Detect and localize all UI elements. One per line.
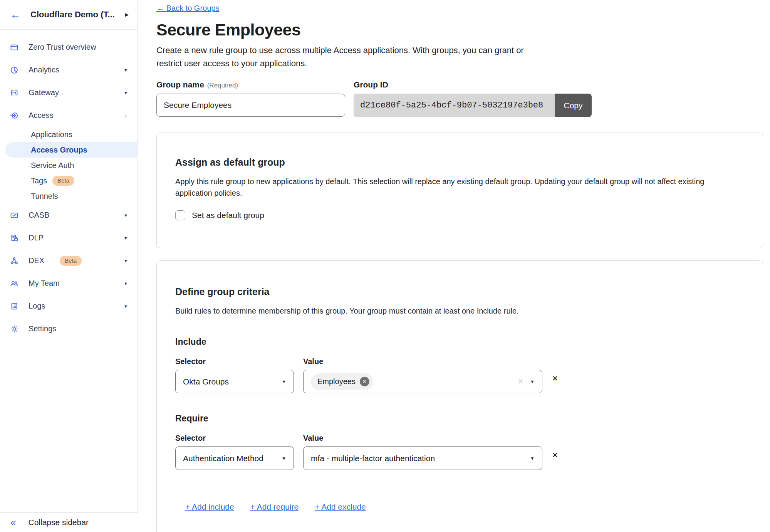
document-lock-icon [10,234,18,242]
group-name-field-group: Group name(Required) [156,80,345,117]
define-group-criteria-description: Build rules to determine membership of t… [175,305,726,317]
group-id-label: Group ID [354,80,592,89]
sidebar-item-label: Gateway [29,88,59,97]
sidebar-item-dex[interactable]: DEX Beta ▼ [0,249,137,272]
group-name-id-row: Group name(Required) Group ID d21ce80f-5… [156,80,770,117]
add-exclude-link[interactable]: + Add exclude [315,502,366,512]
add-include-link[interactable]: + Add include [185,502,234,512]
sidebar-subitem-label: Applications [31,130,72,139]
chevron-down-icon: ▼ [282,379,286,384]
require-heading: Require [175,413,744,424]
add-require-link[interactable]: + Add require [250,502,299,512]
include-value-multiselect[interactable]: Employees ✕ ✕ ▼ [303,370,542,393]
require-selector-dropdown[interactable]: Authentication Method ▼ [175,446,294,470]
browser-window-icon [10,43,18,52]
group-id-value: d21ce80f-5a25-4bcf-9b07-5032197e3be8 [354,94,555,117]
gateway-icon [10,89,18,97]
back-arrow-icon[interactable]: ← [10,10,20,20]
collapse-sidebar-label: Collapse sidebar [28,518,88,527]
sidebar-header: ← Cloudflare Demo (T... ▶ [0,0,137,30]
chevron-down-icon[interactable]: ▼ [124,213,128,218]
chevron-up-icon[interactable]: ▲ [124,113,128,118]
sidebar-item-label: Settings [29,324,56,333]
chevron-down-icon[interactable]: ▼ [124,281,128,286]
main-content: ← Back to Groups Secure Employees Create… [138,0,770,532]
beta-badge: Beta [60,256,82,266]
sidebar-item-tunnels[interactable]: Tunnels [0,188,137,204]
remove-require-rule-button[interactable]: ✕ [552,451,558,460]
sidebar-subitem-label: Tunnels [31,192,58,201]
sidebar-item-gateway[interactable]: Gateway ▼ [0,81,137,104]
sidebar-nav: Zero Trust overview Analytics ▼ Gateway … [0,30,137,340]
require-value-text: mfa - multiple-factor authentication [311,454,435,463]
list-document-icon [10,302,18,310]
double-chevron-left-icon: « [10,517,16,527]
require-value-dropdown[interactable]: mfa - multiple-factor authentication ▼ [303,446,542,470]
assign-default-group-card: Assign as default group Apply this rule … [156,133,763,248]
sidebar-item-label: DEX [29,256,44,265]
chevron-down-icon[interactable]: ▼ [124,68,128,72]
sidebar-subitem-label: Service Auth [31,161,74,170]
sidebar-item-label: Logs [29,302,45,310]
sidebar-item-logs[interactable]: Logs ▼ [0,295,137,317]
chevron-down-icon: ▼ [530,456,535,461]
pie-chart-icon [10,66,18,74]
chevron-right-icon[interactable]: ▶ [125,12,129,17]
page-description: Create a new rule group to use across mu… [156,44,536,70]
beta-badge: Beta [52,176,74,186]
sidebar-item-dlp[interactable]: DLP ▼ [0,227,137,249]
sidebar-item-service-auth[interactable]: Service Auth [0,158,137,173]
chip-label: Employees [317,377,356,386]
clear-values-icon[interactable]: ✕ [517,377,523,386]
chevron-down-icon[interactable]: ▼ [124,304,128,309]
sidebar-item-label: CASB [29,211,49,220]
remove-include-rule-button[interactable]: ✕ [552,374,558,383]
required-hint: (Required) [207,82,238,89]
sidebar-item-label: DLP [29,233,44,242]
sidebar-item-tags[interactable]: Tags Beta [0,173,137,188]
define-group-criteria-title: Define group criteria [175,286,744,297]
chevron-down-icon: ▼ [530,379,535,384]
sidebar-item-analytics[interactable]: Analytics ▼ [0,59,137,81]
require-column-labels: Selector Value [175,434,744,443]
remove-chip-icon[interactable]: ✕ [360,377,369,386]
chevron-down-icon: ▼ [282,456,286,461]
group-id-field-group: Group ID d21ce80f-5a25-4bcf-9b07-5032197… [354,80,592,117]
sidebar-item-casb[interactable]: CASB ▼ [0,204,137,227]
cloudflare-zero-trust-app: ← Cloudflare Demo (T... ▶ Zero Trust ove… [0,0,770,532]
employees-chip: Employees ✕ [311,373,373,390]
chevron-down-icon[interactable]: ▼ [124,236,128,240]
sidebar-item-applications[interactable]: Applications [0,127,137,142]
sidebar-item-access[interactable]: Access ▲ [0,104,137,127]
collapse-sidebar-button[interactable]: « Collapse sidebar [0,512,138,532]
chevron-down-icon[interactable]: ▼ [124,91,128,95]
add-rule-links: + Add include + Add require + Add exclud… [185,502,744,512]
sidebar-item-settings[interactable]: Settings [0,317,137,340]
group-name-label: Group name [156,80,204,89]
gear-icon [10,325,18,333]
copy-button[interactable]: Copy [555,94,592,117]
chevron-down-icon[interactable]: ▼ [124,258,128,263]
sidebar-item-label: My Team [29,279,60,288]
sidebar: ← Cloudflare Demo (T... ▶ Zero Trust ove… [0,0,138,532]
sidebar-item-my-team[interactable]: My Team ▼ [0,272,137,295]
set-default-group-row: Set as default group [175,210,744,220]
sidebar-item-label: Analytics [29,65,59,74]
sidebar-subitem-label: Tags [31,176,47,185]
back-to-groups-link[interactable]: ← Back to Groups [156,4,219,13]
group-name-input[interactable] [156,94,345,117]
selector-label: Selector [175,357,303,366]
sidebar-subitem-label: Access Groups [31,146,87,154]
access-icon [10,111,18,120]
casb-check-icon [10,211,18,220]
set-default-group-checkbox[interactable] [175,210,185,220]
people-icon [10,279,18,288]
left-arrow-icon: ← [156,4,164,12]
include-selector-dropdown[interactable]: Okta Groups ▼ [175,370,294,393]
sidebar-item-zero-trust-overview[interactable]: Zero Trust overview [0,36,137,59]
sidebar-item-access-groups[interactable]: Access Groups [5,142,137,158]
selector-label: Selector [175,434,303,443]
include-heading: Include [175,337,744,347]
include-rule-row: Okta Groups ▼ Employees ✕ ✕ ▼ ✕ [175,370,744,393]
include-column-labels: Selector Value [175,357,744,366]
